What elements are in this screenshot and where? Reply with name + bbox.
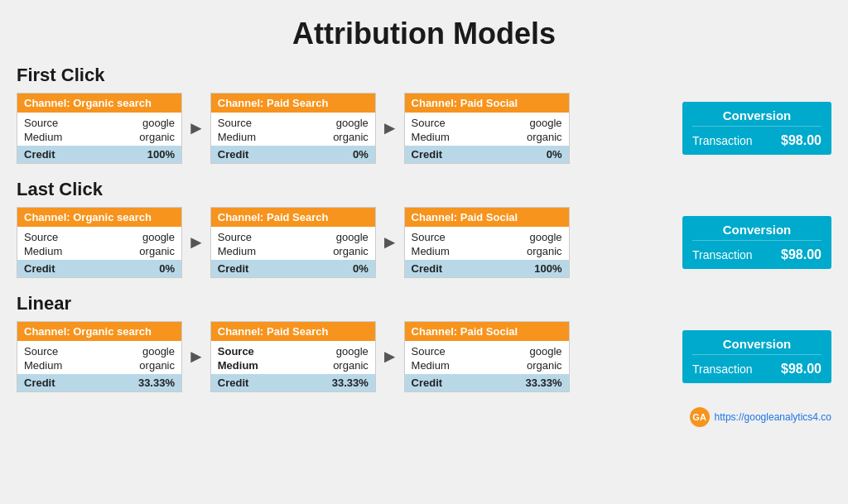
- footer-link[interactable]: https://googleanalytics4.co: [715, 411, 831, 423]
- model-section-0: First ClickChannel: Organic searchSource…: [17, 65, 831, 164]
- channel-header-0-0: Channel: Organic search: [17, 94, 181, 113]
- medium-row-0-2: Mediumorganic: [412, 130, 562, 144]
- channel-card-2-2: Channel: Paid SocialSourcegoogleMediumor…: [404, 321, 570, 392]
- credit-row-0-2: Credit0%: [405, 146, 569, 163]
- medium-row-0-1: Mediumorganic: [218, 130, 369, 144]
- source-row-1-2: Sourcegoogle: [412, 230, 562, 244]
- model-title-0: First Click: [17, 65, 831, 86]
- transaction-value-2: $98.00: [781, 362, 822, 377]
- arrow-2-1: ►: [182, 346, 210, 367]
- transaction-label-1: Transaction: [692, 248, 753, 262]
- credit-row-0-1: Credit0%: [211, 146, 375, 163]
- channel-header-1-0: Channel: Organic search: [17, 208, 181, 227]
- conversion-title-1: Conversion: [692, 223, 822, 241]
- model-title-2: Linear: [17, 293, 831, 314]
- source-row-1-1: Sourcegoogle: [218, 230, 369, 244]
- channel-card-1-2: Channel: Paid SocialSourcegoogleMediumor…: [404, 207, 570, 278]
- conversion-title-0: Conversion: [692, 108, 822, 127]
- source-row-1-0: Sourcegoogle: [24, 230, 175, 244]
- transaction-label-2: Transaction: [692, 362, 753, 376]
- conversion-box-1: ConversionTransaction$98.00: [682, 216, 831, 269]
- channel-header-2-0: Channel: Organic search: [17, 322, 181, 341]
- channel-card-0-0: Channel: Organic searchSourcegoogleMediu…: [17, 93, 182, 164]
- channel-card-1-0: Channel: Organic searchSourcegoogleMediu…: [17, 207, 182, 278]
- credit-row-2-0: Credit33.33%: [17, 374, 181, 391]
- medium-row-2-1: Mediumorganic: [218, 358, 369, 372]
- credit-row-2-1: Credit33.33%: [211, 374, 375, 391]
- credit-row-1-2: Credit100%: [405, 260, 569, 277]
- arrow-1-1: ►: [182, 232, 210, 253]
- arrow-0-1: ►: [182, 118, 210, 139]
- transaction-value-0: $98.00: [781, 133, 822, 148]
- credit-row-1-0: Credit0%: [17, 260, 181, 277]
- conversion-box-2: ConversionTransaction$98.00: [682, 330, 831, 383]
- source-row-2-1: Sourcegoogle: [218, 344, 369, 358]
- channel-card-2-0: Channel: Organic searchSourcegoogleMediu…: [17, 321, 182, 392]
- medium-row-2-0: Mediumorganic: [24, 358, 175, 372]
- channel-header-0-1: Channel: Paid Search: [211, 94, 375, 113]
- model-section-1: Last ClickChannel: Organic searchSourceg…: [17, 179, 831, 278]
- transaction-value-1: $98.00: [781, 247, 822, 262]
- medium-row-2-2: Mediumorganic: [412, 358, 562, 372]
- source-row-2-2: Sourcegoogle: [412, 344, 562, 358]
- page-title: Attribution Models: [17, 8, 831, 65]
- model-row-2: Channel: Organic searchSourcegoogleMediu…: [17, 321, 831, 392]
- medium-row-1-0: Mediumorganic: [24, 244, 175, 258]
- channel-header-0-2: Channel: Paid Social: [405, 94, 569, 113]
- conversion-row-0: Transaction$98.00: [692, 133, 822, 148]
- medium-row-0-0: Mediumorganic: [24, 130, 175, 144]
- arrow-2-2: ►: [376, 346, 404, 367]
- credit-row-2-2: Credit33.33%: [405, 374, 569, 391]
- channel-card-2-1: Channel: Paid SearchSourcegoogleMediumor…: [210, 321, 376, 392]
- model-title-1: Last Click: [17, 179, 831, 200]
- channel-header-1-1: Channel: Paid Search: [211, 208, 375, 227]
- ga-logo: GA: [690, 407, 710, 427]
- channel-card-0-2: Channel: Paid SocialSourcegoogleMediumor…: [404, 93, 570, 164]
- channel-card-0-1: Channel: Paid SearchSourcegoogleMediumor…: [210, 93, 376, 164]
- model-row-1: Channel: Organic searchSourcegoogleMediu…: [17, 207, 831, 278]
- channel-header-2-1: Channel: Paid Search: [211, 322, 375, 341]
- channel-card-1-1: Channel: Paid SearchSourcegoogleMediumor…: [210, 207, 376, 278]
- conversion-title-2: Conversion: [692, 337, 822, 355]
- conversion-row-1: Transaction$98.00: [692, 247, 822, 262]
- medium-row-1-2: Mediumorganic: [412, 244, 562, 258]
- source-row-0-1: Sourcegoogle: [218, 116, 369, 130]
- conversion-box-0: ConversionTransaction$98.00: [682, 102, 831, 155]
- model-row-0: Channel: Organic searchSourcegoogleMediu…: [17, 93, 831, 164]
- footer: GA https://googleanalytics4.co: [17, 407, 831, 427]
- source-row-0-0: Sourcegoogle: [24, 116, 175, 130]
- credit-row-0-0: Credit100%: [17, 146, 181, 163]
- credit-row-1-1: Credit0%: [211, 260, 375, 277]
- medium-row-1-1: Mediumorganic: [218, 244, 369, 258]
- source-row-0-2: Sourcegoogle: [412, 116, 562, 130]
- transaction-label-0: Transaction: [692, 134, 753, 147]
- source-row-2-0: Sourcegoogle: [24, 344, 175, 358]
- channel-header-1-2: Channel: Paid Social: [405, 208, 569, 227]
- model-section-2: LinearChannel: Organic searchSourcegoogl…: [17, 293, 831, 392]
- arrow-0-2: ►: [376, 118, 404, 139]
- channel-header-2-2: Channel: Paid Social: [405, 322, 569, 341]
- conversion-row-2: Transaction$98.00: [692, 362, 822, 377]
- arrow-1-2: ►: [376, 232, 404, 253]
